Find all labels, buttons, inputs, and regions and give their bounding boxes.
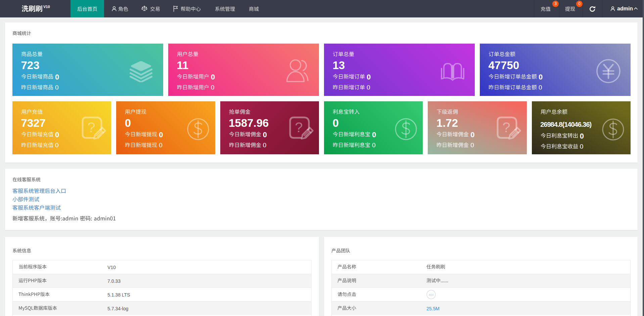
svg-text:404: 404 — [428, 293, 433, 297]
svg-text:?: ? — [87, 119, 95, 135]
svg-text:?: ? — [295, 119, 303, 135]
svg-text:?: ? — [502, 119, 510, 135]
